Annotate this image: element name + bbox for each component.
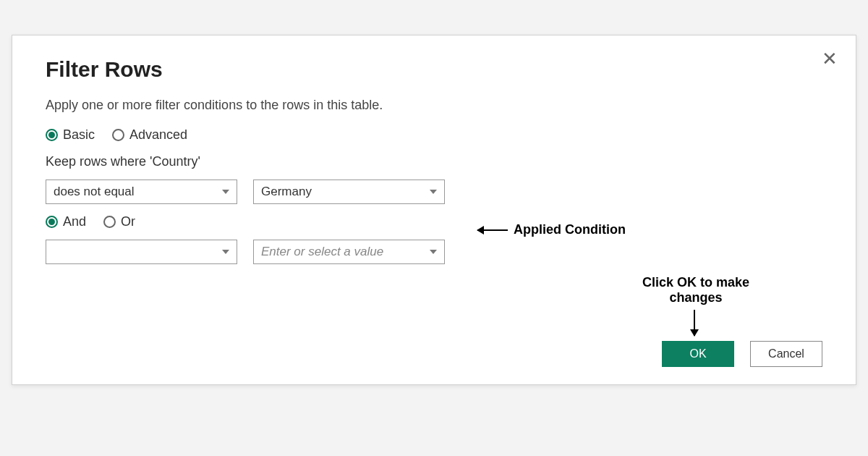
cancel-button[interactable]: Cancel: [750, 341, 822, 367]
operator-dropdown-1[interactable]: does not equal: [46, 180, 237, 204]
logic-radio-group: And Or: [46, 214, 822, 229]
filter-rows-dialog: ✕ Filter Rows Apply one or more filter c…: [12, 35, 856, 385]
value-dropdown-2[interactable]: Enter or select a value: [253, 240, 445, 264]
radio-icon: [46, 216, 58, 228]
logic-and-radio[interactable]: And: [46, 214, 86, 229]
mode-basic-label: Basic: [63, 127, 95, 143]
mode-basic-radio[interactable]: Basic: [46, 127, 95, 143]
arrow-down-icon: [694, 310, 695, 336]
logic-and-label: And: [63, 214, 86, 229]
dialog-buttons: OK Cancel: [662, 341, 822, 367]
operator-value-1: does not equal: [54, 185, 135, 199]
radio-icon: [46, 129, 58, 141]
mode-advanced-label: Advanced: [129, 127, 187, 143]
logic-or-label: Or: [121, 214, 135, 229]
mode-advanced-radio[interactable]: Advanced: [112, 127, 187, 143]
value-placeholder-2: Enter or select a value: [261, 245, 383, 259]
logic-or-radio[interactable]: Or: [103, 214, 135, 229]
condition-row-1: does not equal Germany: [46, 180, 822, 204]
close-button[interactable]: ✕: [820, 48, 840, 69]
chevron-down-icon: [430, 190, 437, 194]
chevron-down-icon: [430, 250, 437, 254]
condition-row-2: Enter or select a value: [46, 240, 822, 264]
keep-rows-label: Keep rows where 'Country': [46, 154, 822, 169]
operator-dropdown-2[interactable]: [46, 240, 237, 264]
radio-icon: [112, 129, 124, 141]
value-dropdown-1[interactable]: Germany: [253, 180, 445, 204]
ok-button[interactable]: OK: [662, 341, 734, 367]
radio-icon: [103, 216, 116, 228]
mode-radio-group: Basic Advanced: [46, 127, 822, 143]
chevron-down-icon: [222, 190, 229, 194]
arrow-left-icon: [477, 229, 508, 231]
chevron-down-icon: [222, 250, 229, 254]
dialog-subtitle: Apply one or more filter conditions to t…: [46, 98, 822, 113]
value-text-1: Germany: [261, 185, 312, 199]
dialog-title: Filter Rows: [46, 57, 822, 82]
